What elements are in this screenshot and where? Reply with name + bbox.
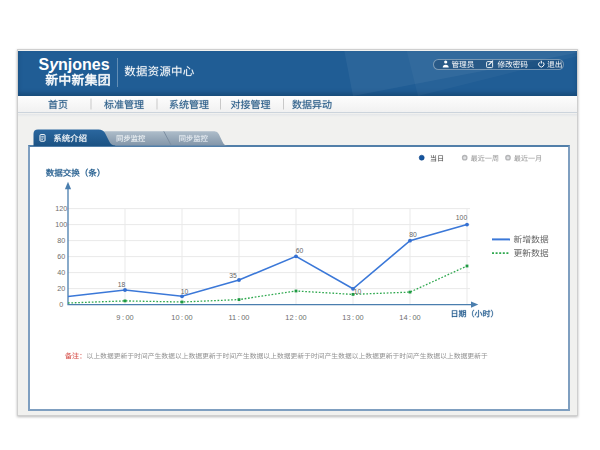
svg-text:18: 18 [118,281,126,288]
svg-text:0: 0 [59,300,63,309]
svg-text:11 : 00: 11 : 00 [229,313,250,322]
svg-text:10 : 00: 10 : 00 [171,313,192,322]
svg-text:60: 60 [57,252,65,261]
svg-text:14 : 00: 14 : 00 [399,313,420,322]
svg-text:13 : 00: 13 : 00 [342,313,363,322]
svg-text:10: 10 [181,288,189,295]
svg-text:100: 100 [55,220,67,229]
svg-text:120: 120 [55,204,67,213]
svg-text:9 : 00: 9 : 00 [116,313,133,322]
svg-text:60: 60 [296,247,304,254]
svg-text:20: 20 [57,284,65,293]
svg-text:80: 80 [409,231,417,238]
svg-text:10: 10 [354,288,362,295]
svg-text:100: 100 [456,214,468,221]
svg-text:80: 80 [57,236,65,245]
svg-text:40: 40 [57,268,65,277]
svg-text:35: 35 [229,272,237,279]
svg-text:Synjones: Synjones [39,56,110,73]
svg-text:12 : 00: 12 : 00 [285,313,306,322]
